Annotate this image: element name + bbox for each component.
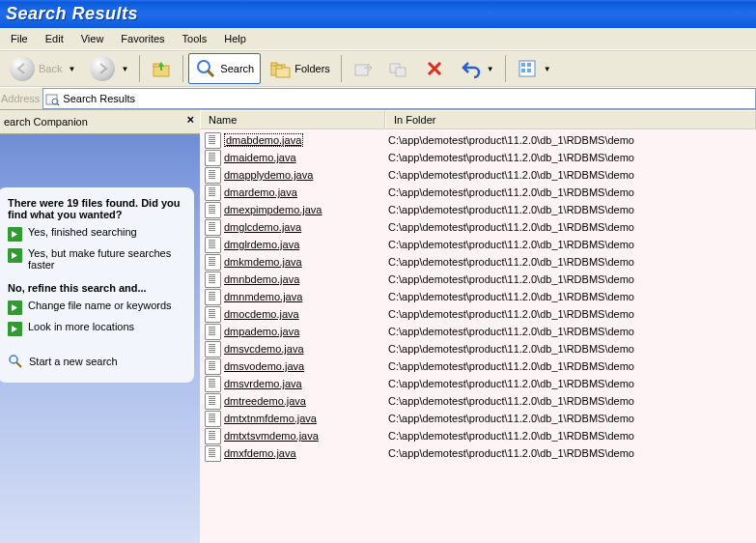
- option-change-label: Change file name or keywords: [28, 300, 172, 311]
- table-row[interactable]: dmexpimpdemo.javaC:\app\demotest\product…: [200, 201, 756, 218]
- views-dropdown[interactable]: ▼: [544, 65, 551, 73]
- col-header-folder[interactable]: In Folder: [385, 110, 756, 129]
- svg-line-21: [16, 362, 21, 367]
- file-folder: C:\app\demotest\product\11.2.0\db_1\RDBM…: [388, 204, 756, 215]
- address-input[interactable]: Search Results: [42, 88, 756, 109]
- file-name: dmglcdemo.java: [224, 221, 301, 233]
- file-folder: C:\app\demotest\product\11.2.0\db_1\RDBM…: [388, 308, 756, 320]
- table-row[interactable]: dmtxtnmfdemo.javaC:\app\demotest\product…: [200, 410, 756, 427]
- menu-favorites[interactable]: Favorites: [112, 30, 173, 47]
- toolbar-separator: [341, 55, 342, 82]
- folders-button[interactable]: Folders: [264, 54, 336, 83]
- search-icon: [8, 354, 23, 369]
- table-row[interactable]: dmglrdemo.javaC:\app\demotest\product\11…: [200, 236, 756, 253]
- file-name: dmkmdemo.java: [224, 256, 302, 268]
- file-folder: C:\app\demotest\product\11.2.0\db_1\RDBM…: [388, 378, 756, 389]
- menu-view[interactable]: View: [72, 30, 113, 47]
- svg-rect-8: [276, 66, 282, 69]
- forward-button[interactable]: ▼: [84, 54, 134, 83]
- file-name: dmsvodemo.java: [224, 360, 304, 372]
- move-to-button[interactable]: [347, 54, 379, 83]
- file-icon: [205, 185, 221, 201]
- back-button[interactable]: Back ▼: [4, 54, 81, 83]
- views-button[interactable]: ▼: [511, 54, 557, 83]
- file-icon: [205, 358, 221, 375]
- file-icon: [205, 202, 221, 218]
- table-row[interactable]: dmnbdemo.javaC:\app\demotest\product\11.…: [200, 271, 756, 288]
- file-icon: [205, 219, 221, 236]
- up-button[interactable]: [145, 54, 178, 83]
- toolbar-separator: [182, 55, 183, 82]
- copy-to-icon: [388, 58, 409, 79]
- table-row[interactable]: dmtreedemo.javaC:\app\demotest\product\1…: [200, 392, 756, 410]
- delete-button[interactable]: [418, 54, 451, 83]
- table-row[interactable]: dmsvrdemo.javaC:\app\demotest\product\11…: [200, 375, 756, 392]
- delete-icon: [424, 58, 445, 79]
- file-folder: C:\app\demotest\product\11.2.0\db_1\RDBM…: [388, 152, 756, 163]
- option-yes-finished[interactable]: Yes, finished searching: [8, 226, 186, 242]
- file-icon: [205, 393, 221, 410]
- table-row[interactable]: dmardemo.javaC:\app\demotest\product\11.…: [200, 184, 756, 201]
- copy-to-button[interactable]: [382, 54, 415, 83]
- back-dropdown[interactable]: ▼: [68, 65, 75, 73]
- table-row[interactable]: dmkmdemo.javaC:\app\demotest\product\11.…: [200, 253, 756, 271]
- option-change-name[interactable]: Change file name or keywords: [8, 300, 186, 315]
- menu-file[interactable]: File: [2, 30, 37, 47]
- file-icon: [205, 167, 221, 184]
- undo-icon: [460, 58, 481, 79]
- option-more-locations[interactable]: Look in more locations: [8, 321, 186, 336]
- option-faster-label: Yes, but make future searches faster: [28, 247, 186, 271]
- col-header-name[interactable]: Name: [200, 110, 385, 129]
- table-row[interactable]: dmglcdemo.javaC:\app\demotest\product\11…: [200, 218, 756, 236]
- table-row[interactable]: dmtxtsvmdemo.javaC:\app\demotest\product…: [200, 427, 756, 444]
- table-row[interactable]: dmapplydemo.javaC:\app\demotest\product\…: [200, 166, 756, 184]
- file-name: dmtreedemo.java: [224, 395, 306, 407]
- file-name: dmsvrdemo.java: [224, 378, 302, 389]
- svg-rect-2: [160, 66, 162, 71]
- option-yes-label: Yes, finished searching: [28, 226, 137, 238]
- undo-dropdown[interactable]: ▼: [487, 65, 494, 73]
- table-row[interactable]: dmxfdemo.javaC:\app\demotest\product\11.…: [200, 444, 756, 462]
- file-icon: [205, 428, 221, 444]
- toolbar: Back ▼ ▼ Search Folders: [0, 50, 756, 87]
- results-list: Name In Folder dmabdemo.javaC:\app\demot…: [200, 110, 756, 543]
- results-rows[interactable]: dmabdemo.javaC:\app\demotest\product\11.…: [200, 129, 756, 543]
- undo-button[interactable]: ▼: [454, 54, 500, 83]
- menu-help[interactable]: Help: [215, 30, 255, 47]
- option-make-faster[interactable]: Yes, but make future searches faster: [8, 247, 186, 271]
- window-title: Search Results: [6, 4, 138, 24]
- file-icon: [205, 341, 221, 357]
- table-row[interactable]: dmabdemo.javaC:\app\demotest\product\11.…: [200, 131, 756, 149]
- file-name: dmnbdemo.java: [224, 273, 299, 285]
- table-row[interactable]: dmaidemo.javaC:\app\demotest\product\11.…: [200, 149, 756, 166]
- start-new-search[interactable]: Start a new search: [8, 354, 186, 369]
- close-icon[interactable]: ×: [186, 112, 194, 127]
- menu-edit[interactable]: Edit: [37, 30, 72, 47]
- file-folder: C:\app\demotest\product\11.2.0\db_1\RDBM…: [388, 326, 756, 337]
- file-name: dmabdemo.java: [224, 133, 303, 147]
- file-folder: C:\app\demotest\product\11.2.0\db_1\RDBM…: [388, 256, 756, 268]
- search-button[interactable]: Search: [188, 53, 261, 84]
- table-row[interactable]: dmsvcdemo.javaC:\app\demotest\product\11…: [200, 340, 756, 357]
- file-folder: C:\app\demotest\product\11.2.0\db_1\RDBM…: [388, 360, 756, 372]
- file-icon: [205, 254, 221, 271]
- svg-rect-17: [46, 95, 57, 104]
- file-folder: C:\app\demotest\product\11.2.0\db_1\RDBM…: [388, 395, 756, 407]
- file-folder: C:\app\demotest\product\11.2.0\db_1\RDBM…: [388, 186, 756, 198]
- table-row[interactable]: dmsvodemo.javaC:\app\demotest\product\11…: [200, 357, 756, 375]
- file-folder: C:\app\demotest\product\11.2.0\db_1\RDBM…: [388, 239, 756, 250]
- search-label: Search: [220, 63, 254, 74]
- arrow-icon: [8, 227, 22, 242]
- table-row[interactable]: dmpademo.javaC:\app\demotest\product\11.…: [200, 323, 756, 340]
- menu-tools[interactable]: Tools: [174, 30, 216, 47]
- option-more-label: Look in more locations: [28, 321, 134, 332]
- refine-heading: No, refine this search and...: [8, 282, 186, 294]
- search-result-icon: [45, 92, 60, 106]
- file-name: dmtxtnmfdemo.java: [224, 413, 317, 424]
- table-row[interactable]: dmocdemo.javaC:\app\demotest\product\11.…: [200, 305, 756, 323]
- forward-dropdown[interactable]: ▼: [121, 65, 128, 73]
- toolbar-separator: [505, 55, 506, 82]
- table-row[interactable]: dmnmdemo.javaC:\app\demotest\product\11.…: [200, 288, 756, 305]
- arrow-icon: [8, 300, 22, 315]
- file-name: dmocdemo.java: [224, 308, 299, 320]
